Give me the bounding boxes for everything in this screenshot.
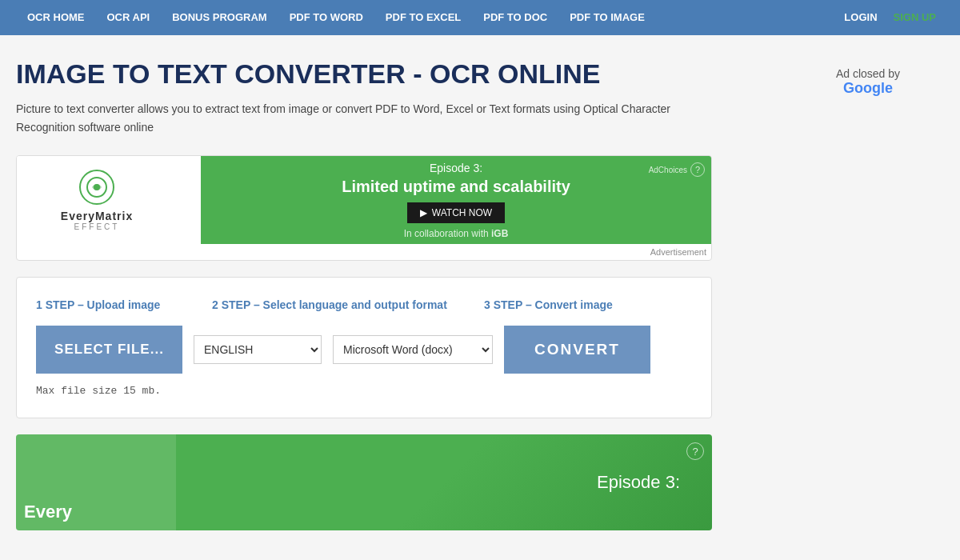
bottom-ad-logo-text: Every [24, 502, 72, 522]
ad-content-section: AdChoices ? Episode 3: Limited uptime an… [201, 156, 711, 244]
ad-brand-section: EveryMatrix EFFECT [17, 156, 177, 244]
ad-episode-label: Episode 3: [430, 162, 482, 174]
format-select[interactable]: Microsoft Word (docx) Plain Text (txt) P… [333, 335, 493, 364]
ad-logo [79, 170, 114, 205]
advertisement-label: Advertisement [17, 244, 711, 260]
ad-brand-name: EveryMatrix [61, 210, 133, 222]
nav-pdf-to-excel[interactable]: PDF TO EXCEL [374, 0, 472, 35]
file-size-note: Max file size 15 mb. [36, 385, 692, 397]
ad-watch-label: WATCH NOW [432, 207, 492, 218]
ad-banner: EveryMatrix EFFECT AdChoices ? Episode 3… [16, 155, 712, 261]
step1-label: 1 STEP – Upload image [36, 298, 212, 311]
select-file-button[interactable]: SELECT FILE... [36, 326, 182, 374]
play-icon: ▶ [420, 207, 427, 218]
page-description: Picture to text converter allows you to … [16, 100, 704, 136]
signup-link[interactable]: SIGN UP [886, 0, 944, 35]
svg-point-1 [94, 184, 100, 190]
page-title: IMAGE TO TEXT CONVERTER - OCR ONLINE [16, 59, 768, 89]
sidebar: Ad closed by Google [784, 35, 944, 554]
bottom-ad-episode: Episode 3: [597, 472, 680, 493]
adchoices-label: AdChoices [649, 166, 687, 174]
main-nav: OCR HOME OCR API BONUS PROGRAM PDF TO WO… [0, 0, 960, 35]
nav-pdf-to-doc[interactable]: PDF TO DOC [472, 0, 558, 35]
bottom-ad-logo-area: Every [16, 434, 176, 530]
nav-pdf-to-image[interactable]: PDF TO IMAGE [558, 0, 656, 35]
ad-headline: Limited uptime and scalability [342, 178, 570, 196]
nav-ocr-home[interactable]: OCR HOME [16, 0, 96, 35]
ad-effect-label: EFFECT [74, 222, 120, 231]
nav-pdf-to-word[interactable]: PDF TO WORD [278, 0, 374, 35]
ad-collab: In collaboration with iGB [404, 228, 509, 239]
steps-row: 1 STEP – Upload image 2 STEP – Select la… [36, 298, 692, 311]
ad-closed-google: Google [800, 80, 936, 97]
adchoices-section: AdChoices ? [649, 162, 705, 177]
ad-closed-line1: Ad closed by [800, 67, 936, 80]
nav-bonus-program[interactable]: BONUS PROGRAM [161, 0, 278, 35]
bottom-ad-banner: Every Episode 3: ? [16, 434, 712, 530]
ad-arrow-divider [177, 156, 201, 244]
controls-row: SELECT FILE... ENGLISH FRENCH GERMAN SPA… [36, 326, 692, 374]
bottom-ad-adchoices-icon[interactable]: ? [686, 442, 704, 460]
ad-watch-button[interactable]: ▶ WATCH NOW [407, 202, 505, 223]
convert-button[interactable]: CONVERT [504, 326, 650, 374]
converter-section: 1 STEP – Upload image 2 STEP – Select la… [16, 277, 712, 418]
login-link[interactable]: LOGIN [836, 0, 885, 35]
adchoices-icon[interactable]: ? [690, 162, 705, 177]
step2-label: 2 STEP – Select language and output form… [212, 298, 484, 311]
language-select[interactable]: ENGLISH FRENCH GERMAN SPANISH ITALIAN PO… [194, 335, 322, 364]
sidebar-ad-closed: Ad closed by Google [792, 59, 944, 105]
nav-ocr-api[interactable]: OCR API [96, 0, 162, 35]
step3-label: 3 STEP – Convert image [484, 298, 692, 311]
